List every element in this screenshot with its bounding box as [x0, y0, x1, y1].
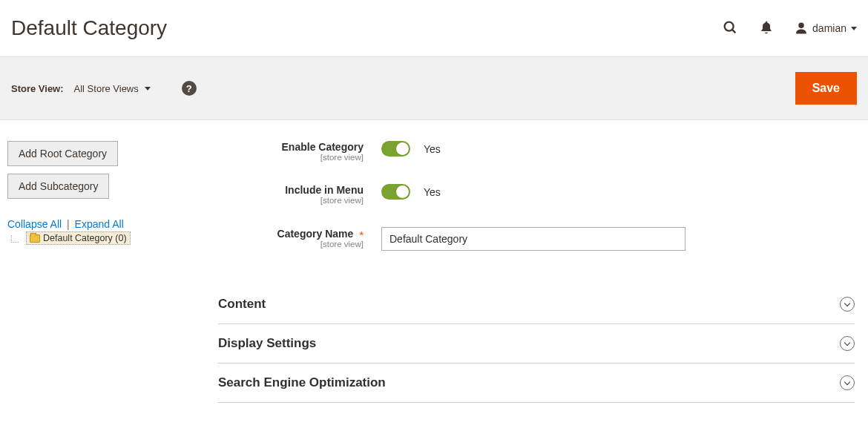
tree-node-label: Default Category (0)	[43, 233, 127, 243]
enable-category-scope: [store view]	[218, 153, 364, 162]
search-icon[interactable]	[722, 19, 738, 38]
section-title: Search Engine Optimization	[218, 375, 386, 390]
svg-point-0	[725, 22, 734, 30]
chevron-down-icon	[840, 297, 855, 312]
user-menu[interactable]: damian	[795, 22, 857, 35]
svg-line-1	[732, 29, 735, 32]
category-name-label: Category Name	[277, 228, 354, 240]
add-root-category-button[interactable]: Add Root Category	[7, 141, 118, 166]
store-view-switcher[interactable]: All Store Views	[74, 83, 151, 94]
expand-all-link[interactable]: Expand All	[75, 218, 124, 230]
collapse-all-link[interactable]: Collapse All	[7, 218, 62, 230]
category-name-scope: [store view]	[218, 240, 364, 249]
user-icon	[795, 22, 808, 35]
chevron-down-icon	[840, 336, 855, 351]
tree-separator: |	[67, 218, 70, 230]
enable-category-value-text: Yes	[424, 143, 441, 155]
toggle-knob	[396, 185, 409, 198]
toggle-knob	[396, 142, 409, 155]
enable-category-toggle[interactable]	[381, 141, 410, 157]
section-seo[interactable]: Search Engine Optimization	[218, 364, 855, 403]
store-view-value: All Store Views	[74, 83, 139, 94]
user-name-label: damian	[812, 22, 846, 34]
required-indicator: *	[359, 228, 364, 241]
section-title: Display Settings	[218, 336, 316, 351]
section-title: Content	[218, 297, 266, 312]
save-button[interactable]: Save	[795, 72, 857, 105]
chevron-down-icon	[145, 87, 151, 91]
section-display-settings[interactable]: Display Settings	[218, 324, 855, 364]
include-in-menu-scope: [store view]	[218, 196, 364, 205]
section-content[interactable]: Content	[218, 285, 855, 324]
help-icon[interactable]: ?	[182, 81, 197, 96]
tree-node-default-category[interactable]: Default Category (0)	[26, 231, 131, 245]
tree-connector-icon	[11, 235, 19, 243]
enable-category-label: Enable Category	[218, 141, 364, 153]
chevron-down-icon	[851, 27, 857, 30]
bell-icon[interactable]	[759, 20, 774, 37]
folder-icon	[30, 234, 40, 243]
include-in-menu-label: Include in Menu	[218, 184, 364, 196]
category-name-input[interactable]	[381, 227, 685, 251]
include-in-menu-value-text: Yes	[424, 186, 441, 198]
add-subcategory-button[interactable]: Add Subcategory	[7, 174, 109, 199]
page-title: Default Category	[11, 16, 167, 40]
include-in-menu-toggle[interactable]	[381, 184, 410, 200]
chevron-down-icon	[840, 375, 855, 390]
store-view-label: Store View:	[11, 83, 64, 94]
